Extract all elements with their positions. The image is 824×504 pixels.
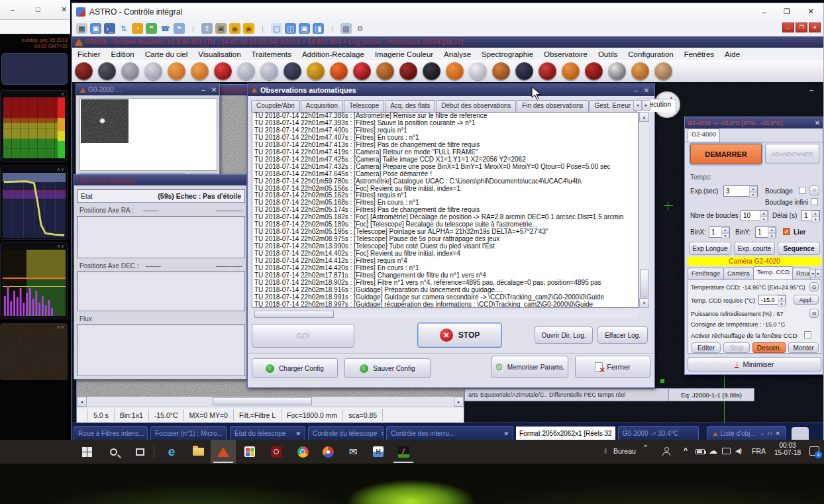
- toolbar-big-icon[interactable]: [585, 62, 603, 80]
- toolbar-big-icon[interactable]: [121, 62, 139, 80]
- toolbar-icon[interactable]: ▣: [299, 23, 310, 34]
- collapse-icon[interactable]: ∨: [61, 91, 65, 97]
- exp-longue-button[interactable]: Exp Longue: [689, 242, 731, 255]
- toolbar-icon[interactable]: ▦: [76, 23, 87, 34]
- camera-main-tab[interactable]: G2-4000: [688, 128, 720, 142]
- mdi-close-button[interactable]: ✕: [809, 23, 821, 32]
- tab-stub[interactable]: [792, 427, 809, 440]
- menu-item[interactable]: Aide: [719, 50, 745, 58]
- tab-gest-erreur[interactable]: Gest. Erreur: [590, 100, 636, 112]
- toolbar-big-icon[interactable]: [446, 62, 464, 80]
- log-h-scrollbar[interactable]: [252, 310, 639, 319]
- rechauffage-checkbox[interactable]: [804, 331, 811, 338]
- tab-acq-flats[interactable]: Acq. des flats: [385, 100, 435, 112]
- v-scroll-thumb[interactable]: [640, 270, 648, 297]
- toolbar-icon[interactable]: ◨: [313, 23, 324, 34]
- minimized-window-tab[interactable]: Controle du télescope✕: [308, 426, 384, 440]
- log-v-scrollbar[interactable]: ▴ ▾: [639, 112, 649, 308]
- toolbar-big-icon[interactable]: [631, 62, 649, 80]
- chrome-icon[interactable]: [290, 440, 315, 464]
- close-icon[interactable]: ✕: [223, 430, 227, 437]
- menu-item[interactable]: Carte du ciel: [140, 50, 193, 58]
- stop-button[interactable]: ✕ STOP: [417, 323, 502, 348]
- minimiser-button[interactable]: ↓ Minimiser: [688, 357, 821, 372]
- toolbar-big-icon[interactable]: [75, 62, 93, 80]
- toolbar-icon[interactable]: |: [327, 23, 338, 34]
- toolbar-big-icon[interactable]: [399, 62, 417, 80]
- tab-scroll-right[interactable]: ▸: [815, 269, 821, 278]
- menu-item[interactable]: Edition: [106, 50, 140, 58]
- stop-temp-button[interactable]: Stop: [723, 342, 750, 353]
- file-explorer-icon[interactable]: [185, 440, 211, 464]
- tray-expand-icon[interactable]: ^: [684, 446, 688, 454]
- battery-icon[interactable]: [695, 449, 705, 454]
- minimize-icon[interactable]: –: [11, 5, 15, 13]
- toolbar-icon[interactable]: ⇅: [118, 23, 129, 34]
- toolbar-big-icon[interactable]: [307, 62, 325, 80]
- menu-item[interactable]: Outils: [593, 50, 623, 58]
- toolbar-icon[interactable]: ◫: [285, 23, 296, 34]
- descendre-button[interactable]: Descen.: [752, 342, 786, 353]
- minimized-window-tab[interactable]: Roue à Filtres intens...✕: [74, 426, 148, 440]
- h-scrollbar[interactable]: ◂ ▸: [77, 397, 464, 407]
- fermer-button[interactable]: ✕ Fermer: [575, 356, 650, 378]
- maximize-button[interactable]: ❐: [776, 3, 798, 20]
- start-button[interactable]: [74, 440, 99, 464]
- g-button2[interactable]: G: [809, 309, 819, 318]
- window-controls[interactable]: – □ ✕: [761, 430, 781, 436]
- tab-fenetrage[interactable]: Fenêtrage: [688, 268, 724, 279]
- tab-camera[interactable]: Caméra: [723, 268, 754, 279]
- toolbar-chevron[interactable]: »: [644, 442, 647, 449]
- volume-icon[interactable]: ◀): [735, 447, 741, 454]
- h-scroll-thumb[interactable]: [213, 397, 312, 405]
- close-button[interactable]: ✕: [209, 86, 219, 93]
- toolbar-icon[interactable]: ▢: [271, 23, 282, 34]
- close-icon[interactable]: ✕: [377, 430, 384, 437]
- toolbar-big-icon[interactable]: [191, 62, 209, 80]
- toolbar-big-icon[interactable]: [423, 62, 440, 80]
- toolbar-icon[interactable]: ▥: [340, 23, 352, 34]
- temp-req-spinner[interactable]: -15.0▲▼: [758, 295, 786, 305]
- desktop-toolbar-label[interactable]: Bureau: [613, 447, 636, 455]
- sequence-button[interactable]: Sequence: [778, 242, 820, 255]
- menu-item[interactable]: Fenêtres: [679, 50, 719, 58]
- people-icon[interactable]: [662, 447, 670, 456]
- memoriser-params-button[interactable]: ⚙ Memoriser Params.: [491, 356, 568, 378]
- toolbar-big-icon[interactable]: [260, 62, 278, 80]
- biny-spinner[interactable]: 1▲▼: [755, 227, 776, 238]
- toolbar-big-icon[interactable]: [98, 62, 116, 80]
- menu-item[interactable]: Visualisation: [193, 50, 246, 58]
- tab-acquisition[interactable]: Acquisition: [301, 100, 343, 112]
- close-button[interactable]: ✕: [812, 119, 823, 126]
- toolbar-icon[interactable]: ↥: [201, 23, 213, 34]
- search-icon[interactable]: [101, 440, 126, 464]
- lier-checkbox[interactable]: ✓: [783, 228, 790, 235]
- close-button[interactable]: ✕: [641, 87, 652, 94]
- exp-spinner[interactable]: 3▲▼: [723, 185, 758, 197]
- bouclage-infini-checkbox[interactable]: [811, 198, 818, 205]
- liste-objets-tab[interactable]: Liste d'obj... – □ ✕: [707, 426, 786, 440]
- toolbar-icon[interactable]: ▣: [90, 23, 101, 34]
- minimize-button[interactable]: –: [631, 87, 641, 94]
- g-button[interactable]: G: [809, 282, 819, 291]
- menu-item[interactable]: Observatoire: [539, 50, 593, 58]
- power-app-icon[interactable]: [264, 440, 289, 464]
- appl-button[interactable]: Appl.: [794, 295, 819, 305]
- tab-scroll-left[interactable]: ◂: [633, 100, 642, 111]
- toolbar-big-icon[interactable]: [469, 62, 487, 80]
- execution-log[interactable]: TU 2018-07-14 22h01m47.386s : [Astrometr…: [252, 112, 639, 308]
- tab-fin-observations[interactable]: Fin des observations: [517, 100, 588, 112]
- toolbar-big-icon[interactable]: [330, 62, 348, 80]
- toolbar-icon[interactable]: ◉: [243, 23, 254, 34]
- tab-temp-ccd[interactable]: Temp. CCD: [753, 266, 794, 279]
- toolbar-big-icon[interactable]: [283, 62, 301, 80]
- tab-telescope[interactable]: Telescope: [344, 100, 384, 112]
- task-view-icon[interactable]: [127, 440, 152, 464]
- toolbar-icon[interactable]: ◔: [132, 23, 143, 34]
- store-icon[interactable]: [237, 440, 262, 464]
- toolbar-icon[interactable]: ▣: [215, 23, 227, 34]
- language-indicator[interactable]: FRA: [752, 447, 766, 455]
- mdi-restore-button[interactable]: ❐: [796, 23, 807, 32]
- minimized-window-tab[interactable]: Focuser (n°1) : Micro...✕: [150, 426, 227, 440]
- cancel-x-button[interactable]: ✕: [809, 185, 819, 195]
